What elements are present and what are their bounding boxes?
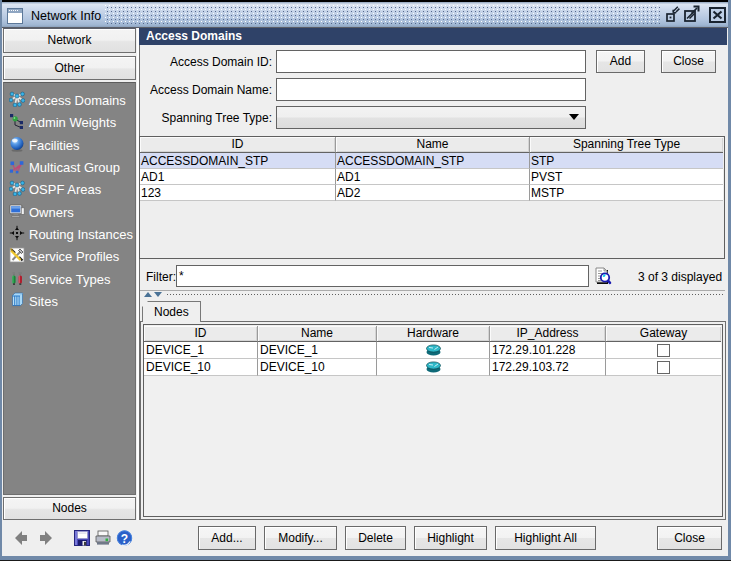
svg-text:?: ? <box>121 532 128 546</box>
